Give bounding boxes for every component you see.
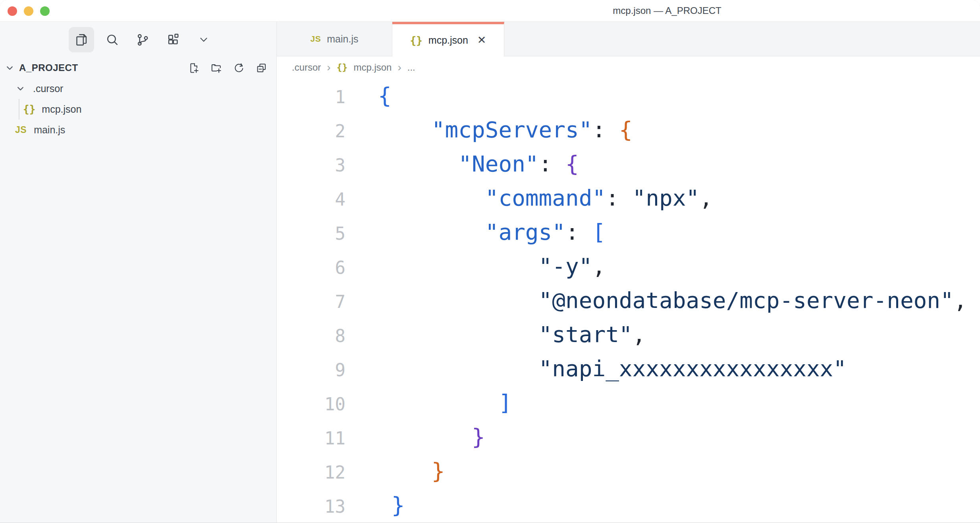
title-bar: mcp.json — A_PROJECT xyxy=(0,0,980,22)
code-text: "Neon": { xyxy=(378,147,579,181)
new-file-button[interactable] xyxy=(187,62,200,74)
code-line[interactable]: 13 } xyxy=(277,488,980,522)
explorer-actions xyxy=(187,62,276,74)
line-number: 9 xyxy=(277,353,345,387)
search-view-button[interactable] xyxy=(99,27,125,52)
code-text: "@neondatabase/mcp-server-neon", xyxy=(378,283,967,317)
tree-item-cursor-folder[interactable]: .cursor xyxy=(0,78,276,99)
line-number: 13 xyxy=(277,490,345,523)
json-file-label: mcp.json xyxy=(42,104,81,115)
chevron-down-icon xyxy=(16,84,25,93)
tab-label: main.js xyxy=(327,33,358,45)
extensions-view-button[interactable] xyxy=(160,27,186,52)
line-number: 6 xyxy=(277,251,345,285)
code-line[interactable]: 9 "napi_xxxxxxxxxxxxxxxx" xyxy=(277,352,980,386)
files-icon xyxy=(74,33,89,47)
breadcrumb-folder[interactable]: .cursor xyxy=(292,62,321,73)
chevron-right-icon: › xyxy=(327,62,330,73)
json-file-icon: {} xyxy=(23,103,35,115)
breadcrumb: .cursor › {} mcp.json › ... xyxy=(277,56,980,79)
search-icon xyxy=(105,33,120,47)
code-line[interactable]: 6 "-y", xyxy=(277,249,980,283)
app-window: mcp.json — A_PROJECT xyxy=(0,0,980,523)
code-line[interactable]: 10 ] xyxy=(277,386,980,420)
chevron-down-icon xyxy=(5,63,14,73)
code-text: } xyxy=(378,420,485,454)
code-line[interactable]: 2 "mcpServers": { xyxy=(277,113,980,147)
code-line[interactable]: 5 "args": [ xyxy=(277,215,980,249)
project-root-label: A_PROJECT xyxy=(19,62,78,73)
chevron-down-icon xyxy=(198,34,210,46)
json-file-icon: {} xyxy=(337,62,348,73)
refresh-button[interactable] xyxy=(233,62,245,74)
explorer-view-button[interactable] xyxy=(69,27,94,52)
code-text: ] xyxy=(378,386,512,420)
breadcrumb-file[interactable]: mcp.json xyxy=(353,62,392,73)
line-number: 11 xyxy=(277,421,345,456)
code-text: "start", xyxy=(378,317,646,352)
code-line[interactable]: 8 "start", xyxy=(277,317,980,352)
window-title: mcp.json — A_PROJECT xyxy=(613,5,721,16)
folder-label: .cursor xyxy=(33,83,63,94)
editor-area: JS main.js {} mcp.json ✕ .cursor › {} mc… xyxy=(277,22,980,523)
tab-mcp-json[interactable]: {} mcp.json ✕ xyxy=(392,22,504,56)
js-file-icon: JS xyxy=(311,34,321,44)
new-folder-button[interactable] xyxy=(210,62,222,74)
more-views-button[interactable] xyxy=(191,27,216,52)
line-number: 5 xyxy=(277,217,345,251)
extensions-icon xyxy=(166,33,181,47)
code-text: "-y", xyxy=(378,249,606,283)
activity-bar xyxy=(0,22,276,58)
git-branch-icon xyxy=(135,33,150,47)
code-text: { xyxy=(378,79,392,113)
code-text: "mcpServers": { xyxy=(378,113,633,147)
code-line[interactable]: 7 "@neondatabase/mcp-server-neon", xyxy=(277,283,980,317)
code-line[interactable]: 11 } xyxy=(277,420,980,454)
code-line[interactable]: 3 "Neon": { xyxy=(277,147,980,181)
minimize-window-button[interactable] xyxy=(24,6,33,16)
sidebar: A_PROJECT xyxy=(0,22,277,523)
close-tab-button[interactable]: ✕ xyxy=(477,35,486,46)
explorer-panel: A_PROJECT xyxy=(0,58,276,140)
tree-item-mcp-json[interactable]: {} mcp.json xyxy=(0,99,276,119)
indent-guide xyxy=(19,99,19,119)
line-number: 7 xyxy=(277,285,345,319)
breadcrumb-symbol-tail[interactable]: ... xyxy=(407,62,415,73)
line-number: 8 xyxy=(277,319,345,353)
window-controls xyxy=(8,6,50,16)
code-line[interactable]: 1{ xyxy=(277,79,980,113)
code-text: } xyxy=(378,488,405,522)
code-text: } xyxy=(378,454,445,488)
code-text: "args": [ xyxy=(378,215,606,249)
line-number: 10 xyxy=(277,387,345,421)
line-number: 3 xyxy=(277,148,345,183)
collapse-all-button[interactable] xyxy=(255,62,268,74)
code-text: "command": "npx", xyxy=(378,181,713,215)
js-file-icon: JS xyxy=(15,125,27,135)
code-lines[interactable]: 1{2 "mcpServers": {3 "Neon": {4 "command… xyxy=(277,79,980,523)
line-number: 4 xyxy=(277,183,345,217)
source-control-view-button[interactable] xyxy=(130,27,155,52)
tab-bar: JS main.js {} mcp.json ✕ xyxy=(277,22,980,56)
maximize-window-button[interactable] xyxy=(40,6,50,16)
explorer-root-row[interactable]: A_PROJECT xyxy=(0,58,276,78)
json-file-icon: {} xyxy=(410,35,422,46)
code-line[interactable]: 12 } xyxy=(277,454,980,488)
chevron-right-icon: › xyxy=(397,62,401,73)
line-number: 2 xyxy=(277,114,345,148)
line-number: 12 xyxy=(277,456,345,490)
tab-main-js[interactable]: JS main.js xyxy=(277,22,392,56)
code-line[interactable]: 4 "command": "npx", xyxy=(277,181,980,215)
js-file-label: main.js xyxy=(34,124,65,136)
code-text: "napi_xxxxxxxxxxxxxxxx" xyxy=(378,352,847,386)
tab-label: mcp.json xyxy=(428,35,468,46)
tree-item-main-js[interactable]: JS main.js xyxy=(0,119,276,140)
line-number: 1 xyxy=(277,80,345,114)
close-window-button[interactable] xyxy=(8,6,17,16)
